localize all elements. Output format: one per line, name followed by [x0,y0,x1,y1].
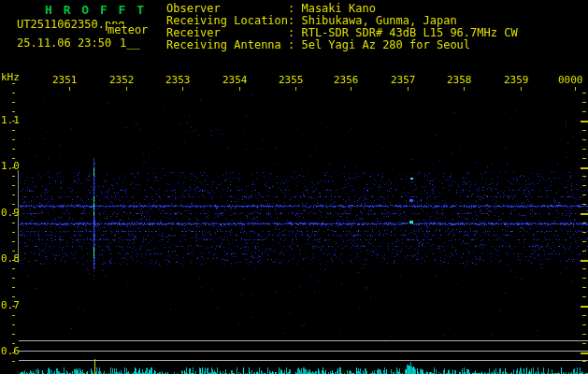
freq-tick-right [582,343,586,344]
freq-tick-left [12,213,15,214]
freq-tick-right [582,130,586,131]
freq-tick-left [12,232,15,233]
datetime-label: 25.11.06 23:50 [17,37,111,50]
freq-tick-left [12,306,15,307]
time-tick-mark [295,87,296,91]
time-tick-label: 2351 [52,75,78,86]
freq-tick-right [582,315,586,316]
time-tick-label: 2358 [447,75,472,86]
mode-label: meteor [108,24,148,36]
freq-tick-left [12,185,15,186]
time-tick-label: 2353 [165,75,191,86]
freq-tick-left [12,278,15,279]
freq-tick-left [12,334,15,335]
freq-tick-label: 0.8 [1,253,20,265]
echo-counter: 1__ [120,37,140,52]
freq-tick-left [12,260,15,261]
freq-tick-left [12,204,15,205]
freq-tick-left [12,268,15,269]
freq-tick-right [582,278,586,279]
time-tick-mark [239,87,240,91]
freq-tick-right [582,149,586,150]
freq-unit-label: kHz [1,72,20,83]
freq-tick-label: 0.7 [1,300,20,311]
freq-tick-left [12,361,15,362]
time-tick-label: 2354 [222,75,248,86]
time-tick-mark [182,87,183,91]
time-tick-mark [126,87,127,91]
time-tick-label: 2356 [334,75,359,86]
time-tick-label: 2352 [109,75,135,86]
freq-tick-right [581,306,588,308]
time-tick-label: 0000 [558,75,583,86]
freq-tick-right [582,176,586,177]
time-tick-label: 2359 [504,75,529,86]
freq-tick-right [582,139,586,140]
freq-tick-right [582,334,586,335]
freq-tick-right [582,194,586,195]
freq-tick-left [12,176,15,177]
freq-tick-right [581,260,588,262]
freq-tick-left [12,111,15,112]
freq-tick-label: 0.6 [1,346,20,357]
freq-tick-label: 0.9 [1,208,20,219]
freq-tick-right [582,296,586,297]
freq-tick-left [12,223,15,223]
freq-tick-right [582,93,586,94]
freq-tick-left [12,158,15,159]
freq-tick-right [581,121,588,122]
freq-tick-left [12,139,15,140]
freq-tick-left [12,241,15,242]
freq-tick-left [12,352,15,353]
time-tick-label: 2357 [391,75,416,86]
hrofft-window: H R O F F T UT2511062350.png meteor 25.1… [0,0,588,374]
station-info-row: Receiving Antenna: 5el Yagi Az 280 for S… [166,39,518,51]
time-tick-mark [408,87,409,91]
freq-tick-right [582,111,586,112]
freq-tick-left [12,167,15,168]
freq-tick-left [12,194,15,195]
freq-tick-left [12,83,15,84]
time-tick-mark [521,87,522,91]
freq-tick-right [582,251,586,252]
freq-tick-left [12,343,15,344]
app-title: H R O F F T [45,4,146,17]
freq-tick-left [12,324,15,325]
freq-tick-right [582,204,586,205]
info-value: : 5el Yagi Az 280 for Seoul [288,39,470,51]
info-label: Receiving Antenna [166,39,288,51]
freq-tick-left [12,121,15,122]
freq-tick-left [12,130,15,131]
station-info-block: Observer: Masaki KanoReceiving Location:… [166,3,518,51]
freq-tick-right [582,361,586,362]
time-tick-mark [464,87,465,91]
freq-tick-label: 1.0 [1,161,20,172]
freq-tick-left [12,149,15,150]
time-tick-mark [351,87,351,91]
freq-tick-right [582,268,586,269]
freq-tick-right [582,223,586,223]
freq-tick-left [12,93,15,94]
time-tick-label: 2355 [279,75,304,86]
freq-tick-right [582,158,586,159]
freq-tick-left [12,315,15,316]
freq-tick-right [582,324,586,325]
freq-tick-right [582,287,586,288]
freq-tick-right [582,102,586,103]
freq-tick-right [581,167,588,169]
time-tick-mark [69,87,70,91]
freq-tick-right [582,232,586,233]
freq-tick-left [12,251,15,252]
time-tick-mark [575,87,576,91]
freq-tick-label: 1.1 [1,115,20,126]
freq-tick-left [12,287,15,288]
freq-tick-right [582,185,586,186]
freq-tick-right [582,241,586,242]
freq-tick-right [581,213,588,215]
freq-tick-left [12,296,15,297]
freq-tick-right [581,352,588,354]
freq-tick-left [12,102,15,103]
spectrogram-canvas [0,0,588,374]
